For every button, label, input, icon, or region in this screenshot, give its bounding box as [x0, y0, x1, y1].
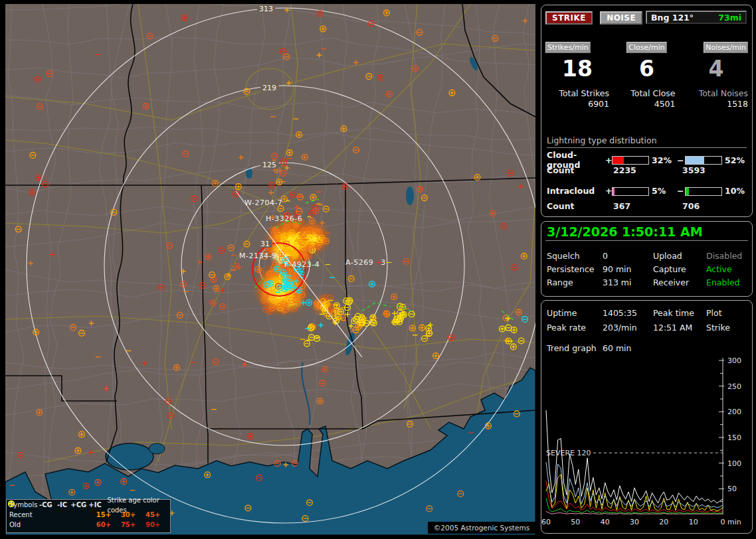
- cell-label: H-3326-6: [266, 214, 302, 223]
- age-code: 60+: [96, 520, 121, 530]
- total-noises-value: 1518: [684, 99, 748, 109]
- x-tick-label: 60: [541, 518, 551, 526]
- noise-button[interactable]: NOISE: [600, 11, 642, 25]
- age-code: 30+: [121, 510, 145, 520]
- close-per-min-chip[interactable]: Close/min: [626, 42, 666, 53]
- status-value2: Enabled: [706, 277, 753, 287]
- plus-sign: +: [605, 186, 612, 196]
- uptime-row: Peak rate203/min12:51 AMStrike: [547, 323, 753, 333]
- total-noises-label: Total Noises: [684, 88, 748, 98]
- ic-plus-count: 367: [613, 201, 682, 211]
- x-tick-label: 20: [659, 518, 668, 526]
- copyright-text: ©2005 Astrogenic Systems: [428, 522, 535, 534]
- status-row: Squelch0UploadDisabled: [547, 251, 753, 261]
- x-tick-label: 0: [721, 518, 725, 526]
- legend-row: Recent15+30+45+: [7, 510, 170, 520]
- trend-graph: 300250200150100506050403020100minSEVERE …: [541, 352, 751, 531]
- strikes-per-min-chip[interactable]: Strikes/min: [545, 42, 591, 53]
- ic-plus-bar: [612, 187, 649, 196]
- cg-count-row: Count 2235 3593: [547, 165, 706, 175]
- ring-label: 313: [259, 5, 273, 13]
- intracloud-label: Intracloud: [547, 186, 605, 196]
- map-canvas: 31321912531W-2704-7^H-3326-6^M-2134-9F-4…: [5, 4, 535, 535]
- app-window: 31321912531W-2704-7^H-3326-6^M-2134-9F-4…: [0, 0, 756, 539]
- y-tick-label: 50: [727, 485, 737, 493]
- y-tick-label: 250: [727, 382, 741, 391]
- x-unit-label: min: [727, 518, 741, 526]
- cell-label: ^: [306, 214, 313, 223]
- axis-ticks: [719, 360, 724, 502]
- strikes-per-min-value: 18: [562, 58, 593, 80]
- status-value2: Active: [706, 264, 753, 274]
- ring-label: 31: [260, 240, 270, 248]
- total-strikes-label: Total Strikes: [545, 88, 609, 98]
- severe-label: SEVERE 120: [546, 449, 591, 457]
- map-legend: Symbols-CG-IC+CG+ICStrike age color code…: [6, 499, 171, 533]
- +IC-symbol-icon: [7, 500, 16, 508]
- bearing-box[interactable]: Bng 121° 73mi: [646, 11, 747, 24]
- status-label: Squelch: [547, 251, 603, 261]
- cg-plus-count: 2235: [613, 165, 682, 175]
- count-label: Count: [547, 201, 613, 211]
- cell-label: 3: [381, 258, 386, 267]
- ring-label: 219: [262, 84, 276, 92]
- status-label: Persistence: [547, 264, 603, 274]
- x-tick-label: 40: [601, 518, 610, 526]
- minus-sign: −: [677, 155, 685, 165]
- status-label: Range: [547, 277, 603, 287]
- ring-label: 125: [262, 161, 276, 169]
- distribution-title: Lightning type distribution: [547, 135, 747, 148]
- lightning-map[interactable]: 31321912531W-2704-7^H-3326-6^M-2134-9F-4…: [5, 4, 535, 535]
- cg-minus-count: 3593: [682, 165, 706, 175]
- cell-label: −: [386, 258, 393, 267]
- age-code: 45+: [145, 510, 170, 520]
- status-value: 90 min: [603, 264, 653, 274]
- status-value: 313 mi: [603, 277, 653, 287]
- trend-series-lightblue: [546, 462, 723, 508]
- plus-sign: +: [605, 155, 612, 165]
- total-close-value: 4501: [618, 99, 676, 109]
- x-tick-label: 10: [689, 518, 698, 526]
- strike-button[interactable]: STRIKE: [545, 11, 593, 25]
- minus-sign: −: [677, 186, 685, 196]
- y-tick-label: 150: [727, 433, 741, 442]
- status-value2: Disabled: [706, 251, 753, 261]
- age-code: 15+: [96, 510, 121, 520]
- cg-plus-bar: [612, 156, 649, 165]
- axis-labels: 300250200150100506050403020100min: [541, 356, 741, 526]
- x-tick-label: 50: [571, 518, 580, 526]
- status-row: Range313 miReceiverEnabled: [547, 277, 753, 287]
- status-panel: 3/12/2026 1:50:11 AM Squelch0UploadDisab…: [541, 221, 753, 297]
- status-label2: Receiver: [653, 277, 706, 287]
- cell-label: F-4923-4: [284, 260, 320, 269]
- bearing-label: Bng 121°: [651, 13, 694, 23]
- cg-minus-pct: 52%: [722, 155, 750, 165]
- datetime-display: 3/12/2026 1:50:11 AM: [547, 224, 703, 239]
- age-code: 75+: [121, 520, 145, 530]
- ic-count-row: Count 367 706: [547, 201, 700, 211]
- y-tick-label: 300: [727, 356, 741, 365]
- cell-label: −: [325, 260, 331, 269]
- uptime-row: Uptime1405:35Peak timePlot: [547, 308, 753, 318]
- cg-plus-pct: 32%: [649, 155, 677, 165]
- noises-per-min-chip[interactable]: Noises/min: [704, 42, 748, 53]
- total-close-label: Total Close: [618, 88, 676, 98]
- cell-label: ^: [285, 198, 292, 207]
- ic-minus-pct: 10%: [722, 186, 750, 196]
- divider: [545, 240, 748, 241]
- ic-minus-count: 706: [682, 201, 700, 211]
- status-label2: Upload: [653, 251, 706, 261]
- legend-header: Symbols-CG-IC+CG+ICStrike age color code…: [7, 500, 170, 510]
- cell-label: W-2704-7: [244, 198, 282, 207]
- noises-per-min-value: 4: [709, 58, 724, 80]
- cg-minus-bar: [685, 156, 722, 165]
- counters-panel: STRIKE NOISE Bng 121° 73mi Strikes/min C…: [541, 5, 753, 217]
- intracloud-row: Intracloud + 5% − 10%: [547, 186, 750, 196]
- close-per-min-value: 6: [639, 58, 654, 80]
- cell-label: M-2134-9: [239, 252, 276, 260]
- status-row: Persistence90 minCaptureActive: [547, 264, 753, 274]
- age-code: 90+: [145, 520, 170, 530]
- cell-label: A-5269: [345, 258, 373, 267]
- y-tick-label: 200: [727, 408, 741, 416]
- ic-minus-bar: [685, 187, 722, 196]
